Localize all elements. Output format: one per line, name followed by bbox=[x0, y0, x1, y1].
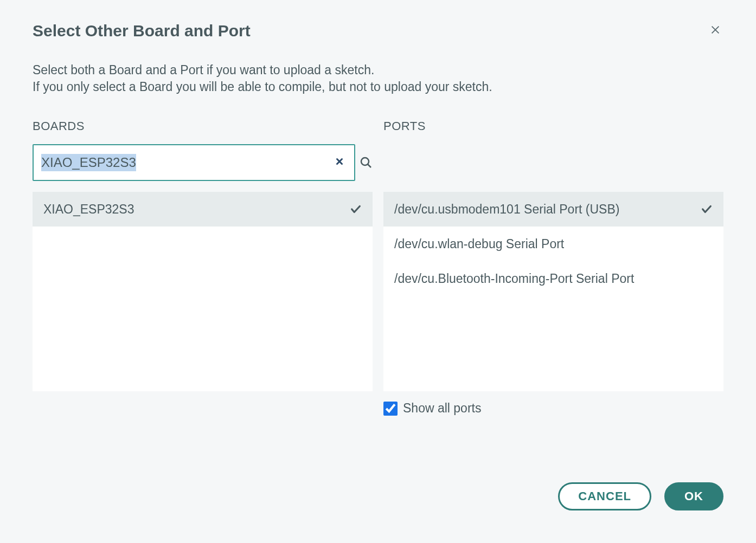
ports-column: PORTS /dev/cu.usbmodem101 Serial Port (U… bbox=[383, 119, 723, 416]
check-icon bbox=[350, 203, 362, 215]
ports-header: PORTS bbox=[383, 119, 723, 133]
check-icon bbox=[701, 203, 713, 215]
svg-point-0 bbox=[361, 158, 369, 165]
boards-search-row: XIAO_ESP32S3 bbox=[33, 144, 373, 181]
clear-search-button[interactable] bbox=[332, 153, 347, 172]
close-icon bbox=[709, 24, 721, 36]
dialog-desc-line1: Select both a Board and a Port if you wa… bbox=[33, 62, 723, 79]
close-button[interactable] bbox=[707, 22, 723, 40]
port-list-item[interactable]: /dev/cu.wlan-debug Serial Port bbox=[383, 227, 723, 261]
dialog-title: Select Other Board and Port bbox=[33, 22, 251, 40]
port-item-label: /dev/cu.wlan-debug Serial Port bbox=[394, 237, 564, 251]
port-item-label: /dev/cu.Bluetooth-Incoming-Port Serial P… bbox=[394, 272, 634, 286]
x-icon bbox=[335, 157, 344, 166]
port-list-item[interactable]: /dev/cu.usbmodem101 Serial Port (USB) bbox=[383, 192, 723, 227]
port-list-item[interactable]: /dev/cu.Bluetooth-Incoming-Port Serial P… bbox=[383, 261, 723, 296]
boards-search-input[interactable]: XIAO_ESP32S3 bbox=[41, 154, 136, 171]
show-all-ports-checkbox[interactable] bbox=[383, 402, 398, 416]
dialog-description: Select both a Board and a Port if you wa… bbox=[33, 62, 723, 95]
ok-button[interactable]: OK bbox=[664, 482, 723, 510]
boards-list[interactable]: XIAO_ESP32S3 bbox=[33, 192, 373, 391]
dialog-buttons: CANCEL OK bbox=[558, 482, 723, 510]
board-list-item[interactable]: XIAO_ESP32S3 bbox=[33, 192, 373, 227]
columns: BOARDS XIAO_ESP32S3 XIAO_ESP32S3 bbox=[33, 119, 723, 416]
show-all-ports-row[interactable]: Show all ports bbox=[383, 401, 723, 416]
dialog-desc-line2: If you only select a Board you will be a… bbox=[33, 79, 723, 95]
dialog-header: Select Other Board and Port bbox=[33, 22, 723, 40]
port-item-label: /dev/cu.usbmodem101 Serial Port (USB) bbox=[394, 202, 619, 217]
ports-list[interactable]: /dev/cu.usbmodem101 Serial Port (USB) /d… bbox=[383, 192, 723, 391]
boards-column: BOARDS XIAO_ESP32S3 XIAO_ESP32S3 bbox=[33, 119, 373, 416]
cancel-button[interactable]: CANCEL bbox=[558, 482, 651, 510]
search-icon bbox=[360, 156, 373, 169]
show-all-ports-label: Show all ports bbox=[403, 401, 481, 416]
boards-search-box[interactable]: XIAO_ESP32S3 bbox=[33, 144, 355, 181]
boards-header: BOARDS bbox=[33, 119, 373, 133]
board-item-label: XIAO_ESP32S3 bbox=[43, 202, 134, 217]
board-port-dialog: Select Other Board and Port Select both … bbox=[0, 0, 756, 543]
